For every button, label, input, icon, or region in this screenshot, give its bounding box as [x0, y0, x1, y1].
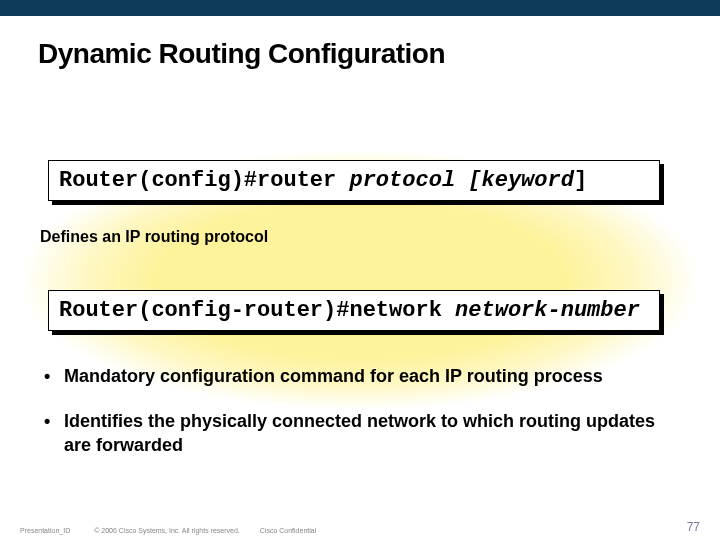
top-accent-bar [0, 0, 720, 16]
slide: Dynamic Routing Configuration Router(con… [0, 0, 720, 540]
slide-title: Dynamic Routing Configuration [38, 38, 445, 70]
footer-copyright: © 2006 Cisco Systems, Inc. All rights re… [94, 527, 240, 534]
cli-arg-protocol: protocol [349, 168, 455, 193]
cli-arg-keyword: keyword [482, 168, 574, 193]
cli-prompt: Router(config)# [59, 168, 257, 193]
footer-page-number: 77 [687, 520, 700, 534]
bullet-item: Identifies the physically connected netw… [40, 410, 660, 457]
footer: Presentation_ID © 2006 Cisco Systems, In… [20, 527, 700, 534]
cli-arg-network-number: network-number [455, 298, 640, 323]
code-box-network: Router(config-router)#network network-nu… [48, 290, 660, 331]
footer-presentation-id: Presentation_ID [20, 527, 70, 534]
bullet-item: Mandatory configuration command for each… [40, 365, 660, 388]
caption-defines: Defines an IP routing protocol [40, 228, 268, 246]
footer-confidential: Cisco Confidential [260, 527, 316, 534]
cli-prompt: Router(config-router)# [59, 298, 349, 323]
cli-bracket-close: ] [574, 168, 587, 193]
cli-command: router [257, 168, 349, 193]
code-box-router-protocol: Router(config)#router protocol [keyword] [48, 160, 660, 201]
cli-bracket-open: [ [455, 168, 481, 193]
cli-command: network [349, 298, 455, 323]
bullet-list: Mandatory configuration command for each… [40, 365, 660, 479]
